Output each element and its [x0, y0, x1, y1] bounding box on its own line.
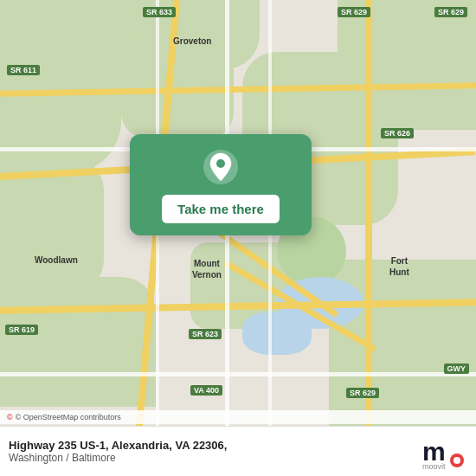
svg-point-4 — [453, 457, 460, 464]
road — [0, 372, 476, 376]
location-title: Highway 235 US-1, Alexandria, VA 22306, — [9, 439, 421, 452]
road — [268, 0, 272, 476]
road — [156, 0, 159, 476]
location-subtitle: Washington / Baltimore — [9, 452, 421, 464]
moovit-logo-icon: m moovit — [421, 434, 466, 469]
attribution-text: © OpenStreetMap contributors — [16, 413, 121, 421]
map-container: SR 629 SR 633 SR 611 SR 629 SR 626 SR 61… — [0, 0, 476, 476]
road-badge-sr629-bottom: SR 629 — [346, 388, 379, 398]
take-me-there-button[interactable]: Take me there — [162, 195, 280, 223]
osm-logo: © — [7, 413, 13, 421]
road — [365, 0, 372, 476]
bottom-bar: Highway 235 US-1, Alexandria, VA 22306, … — [0, 426, 476, 476]
moovit-logo: m moovit — [421, 434, 466, 469]
road-badge-sr633: SR 633 — [143, 7, 176, 17]
road-badge-sr619: SR 619 — [5, 325, 38, 335]
green-area — [0, 277, 156, 407]
road-badge-sr626: SR 626 — [381, 128, 414, 138]
road-badge-va400: VA 400 — [190, 385, 222, 396]
road-badge-gwy: GWY — [444, 363, 470, 374]
road — [225, 0, 229, 476]
road-badge-sr623: SR 623 — [189, 329, 222, 339]
water-area — [242, 312, 312, 355]
svg-text:moovit: moovit — [422, 462, 446, 469]
bottom-bar-text: Highway 235 US-1, Alexandria, VA 22306, … — [9, 439, 421, 464]
road-badge-sr629-top-right: SR 629 — [434, 7, 467, 17]
svg-point-1 — [216, 159, 225, 168]
attribution-bar: © © OpenStreetMap contributors — [0, 410, 476, 424]
location-pin-icon — [202, 148, 240, 186]
map-card: Take me there — [130, 134, 312, 235]
road-badge-sr629-top-left: SR 629 — [338, 7, 370, 17]
road-badge-sr611: SR 611 — [7, 65, 40, 75]
